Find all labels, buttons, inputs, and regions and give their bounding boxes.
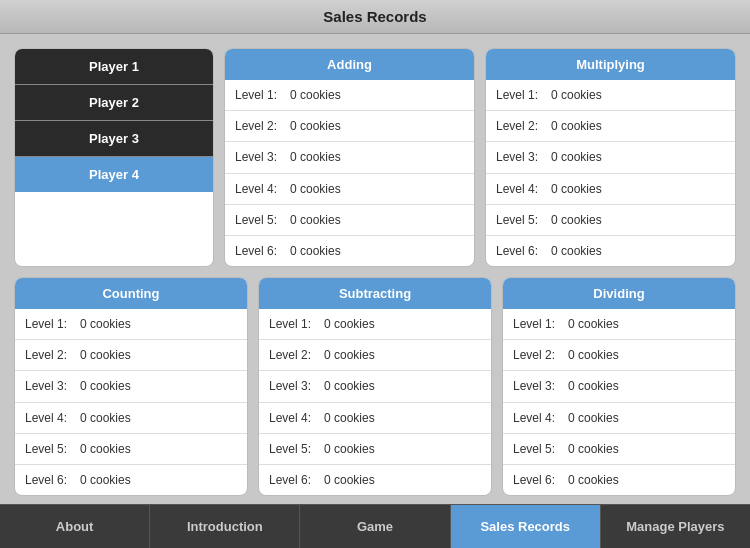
- score-value: 0 cookies: [324, 348, 375, 362]
- score-row: Level 1:0 cookies: [259, 309, 491, 340]
- score-value: 0 cookies: [568, 411, 619, 425]
- score-row: Level 3:0 cookies: [259, 371, 491, 402]
- score-value: 0 cookies: [568, 379, 619, 393]
- level-label: Level 6:: [513, 473, 568, 487]
- score-value: 0 cookies: [80, 348, 131, 362]
- level-label: Level 2:: [235, 119, 290, 133]
- score-row: Level 2:0 cookies: [486, 111, 735, 142]
- score-table-adding: AddingLevel 1:0 cookiesLevel 2:0 cookies…: [224, 48, 475, 267]
- score-row: Level 1:0 cookies: [225, 80, 474, 111]
- score-value: 0 cookies: [80, 379, 131, 393]
- player-item-4[interactable]: Player 4: [15, 157, 213, 192]
- tab-game[interactable]: Game: [300, 505, 450, 548]
- level-label: Level 3:: [235, 150, 290, 164]
- score-value: 0 cookies: [551, 150, 602, 164]
- score-value: 0 cookies: [551, 182, 602, 196]
- score-row: Level 5:0 cookies: [486, 205, 735, 236]
- score-value: 0 cookies: [324, 411, 375, 425]
- level-label: Level 4:: [235, 182, 290, 196]
- player-item-1[interactable]: Player 1: [15, 49, 213, 85]
- level-label: Level 1:: [269, 317, 324, 331]
- level-label: Level 5:: [25, 442, 80, 456]
- score-row: Level 2:0 cookies: [503, 340, 735, 371]
- score-table-multiplying: MultiplyingLevel 1:0 cookiesLevel 2:0 co…: [485, 48, 736, 267]
- level-label: Level 5:: [513, 442, 568, 456]
- player-item-3[interactable]: Player 3: [15, 121, 213, 157]
- score-value: 0 cookies: [551, 213, 602, 227]
- score-row: Level 4:0 cookies: [259, 403, 491, 434]
- score-row: Level 3:0 cookies: [15, 371, 247, 402]
- level-label: Level 2:: [513, 348, 568, 362]
- level-label: Level 2:: [269, 348, 324, 362]
- score-row: Level 4:0 cookies: [503, 403, 735, 434]
- score-row: Level 1:0 cookies: [15, 309, 247, 340]
- score-table-subtracting: SubtractingLevel 1:0 cookiesLevel 2:0 co…: [258, 277, 492, 496]
- score-value: 0 cookies: [568, 442, 619, 456]
- score-value: 0 cookies: [324, 379, 375, 393]
- table-header-adding: Adding: [225, 49, 474, 80]
- score-row: Level 6:0 cookies: [225, 236, 474, 266]
- table-header-multiplying: Multiplying: [486, 49, 735, 80]
- tab-introduction[interactable]: Introduction: [150, 505, 300, 548]
- score-value: 0 cookies: [290, 213, 341, 227]
- tab-about[interactable]: About: [0, 505, 150, 548]
- score-table-dividing: DividingLevel 1:0 cookiesLevel 2:0 cooki…: [502, 277, 736, 496]
- score-row: Level 6:0 cookies: [15, 465, 247, 495]
- level-label: Level 3:: [513, 379, 568, 393]
- score-row: Level 5:0 cookies: [259, 434, 491, 465]
- score-value: 0 cookies: [324, 473, 375, 487]
- score-row: Level 4:0 cookies: [225, 174, 474, 205]
- level-label: Level 3:: [496, 150, 551, 164]
- top-row: Player 1Player 2Player 3Player 4 AddingL…: [14, 48, 736, 267]
- tab-bar: AboutIntroductionGameSales RecordsManage…: [0, 504, 750, 548]
- level-label: Level 3:: [25, 379, 80, 393]
- main-content: Player 1Player 2Player 3Player 4 AddingL…: [0, 34, 750, 504]
- score-row: Level 4:0 cookies: [15, 403, 247, 434]
- score-value: 0 cookies: [80, 411, 131, 425]
- score-value: 0 cookies: [80, 317, 131, 331]
- table-header-counting: Counting: [15, 278, 247, 309]
- level-label: Level 4:: [269, 411, 324, 425]
- score-row: Level 3:0 cookies: [503, 371, 735, 402]
- page-title: Sales Records: [323, 8, 426, 25]
- score-row: Level 2:0 cookies: [225, 111, 474, 142]
- score-value: 0 cookies: [551, 244, 602, 258]
- score-row: Level 5:0 cookies: [225, 205, 474, 236]
- level-label: Level 1:: [235, 88, 290, 102]
- table-header-subtracting: Subtracting: [259, 278, 491, 309]
- score-row: Level 6:0 cookies: [503, 465, 735, 495]
- score-row: Level 3:0 cookies: [225, 142, 474, 173]
- score-row: Level 6:0 cookies: [486, 236, 735, 266]
- score-row: Level 3:0 cookies: [486, 142, 735, 173]
- bottom-row: CountingLevel 1:0 cookiesLevel 2:0 cooki…: [14, 277, 736, 496]
- level-label: Level 6:: [25, 473, 80, 487]
- level-label: Level 6:: [269, 473, 324, 487]
- player-item-2[interactable]: Player 2: [15, 85, 213, 121]
- level-label: Level 2:: [496, 119, 551, 133]
- score-row: Level 5:0 cookies: [15, 434, 247, 465]
- level-label: Level 5:: [269, 442, 324, 456]
- score-row: Level 1:0 cookies: [503, 309, 735, 340]
- score-value: 0 cookies: [290, 88, 341, 102]
- player-list: Player 1Player 2Player 3Player 4: [14, 48, 214, 267]
- level-label: Level 5:: [235, 213, 290, 227]
- score-row: Level 1:0 cookies: [486, 80, 735, 111]
- score-row: Level 4:0 cookies: [486, 174, 735, 205]
- table-header-dividing: Dividing: [503, 278, 735, 309]
- level-label: Level 4:: [513, 411, 568, 425]
- score-table-counting: CountingLevel 1:0 cookiesLevel 2:0 cooki…: [14, 277, 248, 496]
- tab-sales-records[interactable]: Sales Records: [451, 505, 601, 548]
- score-row: Level 2:0 cookies: [259, 340, 491, 371]
- level-label: Level 3:: [269, 379, 324, 393]
- score-value: 0 cookies: [290, 150, 341, 164]
- score-value: 0 cookies: [80, 442, 131, 456]
- level-label: Level 2:: [25, 348, 80, 362]
- score-value: 0 cookies: [324, 442, 375, 456]
- level-label: Level 4:: [496, 182, 551, 196]
- title-bar: Sales Records: [0, 0, 750, 34]
- level-label: Level 4:: [25, 411, 80, 425]
- level-label: Level 6:: [496, 244, 551, 258]
- tab-manage-players[interactable]: Manage Players: [601, 505, 750, 548]
- score-value: 0 cookies: [568, 473, 619, 487]
- score-value: 0 cookies: [290, 244, 341, 258]
